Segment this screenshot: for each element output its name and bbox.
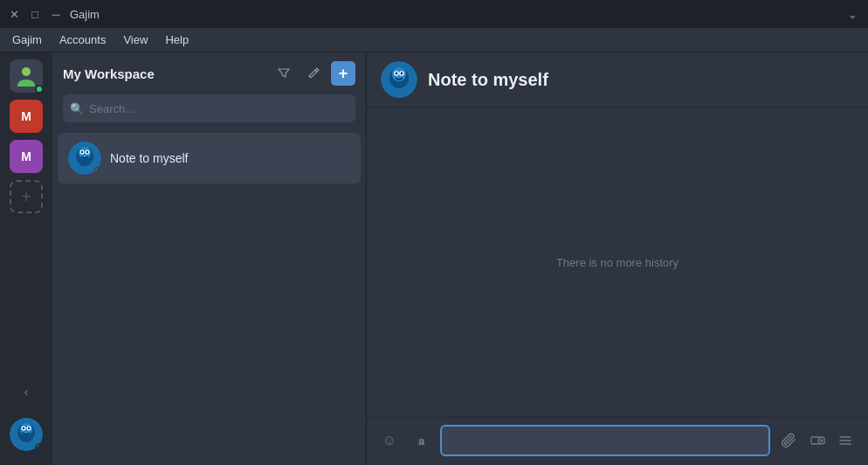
main-content: M M + ‹ [0, 52, 868, 465]
chat-header-avatar [381, 61, 417, 98]
format-button[interactable]: 𝐚 [409, 428, 433, 453]
maximize-button[interactable]: □ [28, 7, 42, 21]
menubar: Gajim Accounts View Help [0, 28, 868, 52]
chat-messages: There is no more history [367, 108, 868, 417]
input-area: ☺ 𝐚 [367, 417, 868, 465]
svg-point-8 [28, 427, 30, 429]
input-right-actions [777, 428, 858, 453]
chat-item-note-to-myself[interactable]: Note to myself [58, 133, 361, 184]
paperclip-icon [782, 433, 797, 448]
no-history-text: There is no more history [556, 256, 679, 269]
svg-point-22 [401, 73, 403, 75]
svg-point-1 [22, 67, 31, 76]
add-account-button[interactable]: + [10, 180, 43, 213]
menu-gajim[interactable]: Gajim [3, 31, 51, 48]
chat-header: Note to myself [367, 52, 868, 108]
filter-button[interactable] [272, 61, 296, 86]
collapse-sidebar-button[interactable]: ‹ [10, 379, 43, 404]
titlebar-left: ✕ □ ─ Gajim [7, 7, 100, 21]
workspace-title: My Workspace [63, 66, 155, 81]
add-chat-button[interactable]: + [331, 61, 355, 86]
search-bar: 🔍 [52, 94, 366, 131]
chat-header-kali-logo [381, 61, 417, 98]
chat-name-note: Note to myself [110, 151, 188, 165]
titlebar-controls: ⌄ [844, 5, 861, 23]
pencil-icon [307, 67, 320, 80]
account-avatar-m2[interactable]: M [10, 140, 43, 173]
filter-icon [278, 67, 290, 80]
svg-point-15 [86, 151, 88, 153]
chat-status-dot [93, 167, 101, 175]
status-dot-bottom [35, 443, 43, 451]
workspace-header: My Workspace + [52, 52, 366, 94]
account-label-m2: M [21, 149, 31, 163]
bottom-avatar[interactable] [10, 418, 43, 451]
app-title: Gajim [70, 8, 100, 21]
send-icon [809, 433, 825, 448]
chat-avatar-note [68, 142, 101, 175]
svg-point-6 [23, 427, 24, 429]
hamburger-icon [837, 433, 853, 448]
chat-header-name: Note to myself [428, 70, 548, 90]
minimize-button[interactable]: ─ [49, 7, 63, 21]
svg-point-25 [821, 440, 823, 442]
search-container: 🔍 [63, 94, 355, 122]
search-input[interactable] [89, 102, 348, 115]
chat-list: Note to myself [52, 131, 366, 465]
edit-button[interactable] [301, 61, 326, 86]
svg-point-13 [81, 151, 83, 153]
search-input-wrap: 🔍 [63, 94, 355, 122]
workspace-actions: + [272, 61, 355, 86]
attachment-button[interactable] [777, 428, 802, 453]
send-button[interactable] [805, 428, 830, 453]
accounts-sidebar: M M + ‹ [0, 52, 52, 465]
menu-accounts[interactable]: Accounts [51, 31, 114, 48]
chat-area: Note to myself There is no more history … [367, 52, 868, 465]
person-icon [14, 64, 38, 88]
account-avatar-m1[interactable]: M [10, 100, 43, 133]
more-options-button[interactable] [833, 428, 858, 453]
message-input[interactable] [440, 425, 770, 456]
titlebar: ✕ □ ─ Gajim ⌄ [0, 0, 868, 28]
status-dot-1 [35, 85, 44, 94]
svg-point-20 [396, 73, 398, 75]
workspace-panel: My Workspace + 🔍 [52, 52, 367, 465]
account-label-m1: M [21, 109, 31, 123]
menu-help[interactable]: Help [156, 31, 197, 48]
account-avatar-gajim[interactable] [10, 59, 43, 93]
titlebar-chevron-button[interactable]: ⌄ [844, 5, 861, 23]
close-button[interactable]: ✕ [7, 7, 21, 21]
emoji-button[interactable]: ☺ [377, 428, 402, 453]
menu-view[interactable]: View [114, 31, 156, 48]
search-icon: 🔍 [70, 102, 84, 115]
